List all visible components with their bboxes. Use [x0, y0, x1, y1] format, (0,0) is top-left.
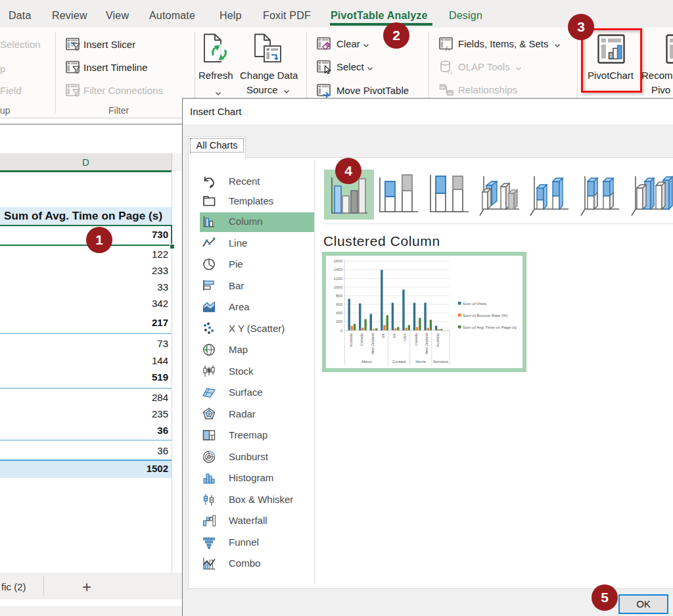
svg-text:Sum of Visits: Sum of Visits: [463, 301, 486, 306]
svg-text:1400: 1400: [334, 268, 343, 272]
svg-text:x: x: [450, 70, 453, 74]
svg-text:600: 600: [336, 302, 343, 306]
svg-text:0: 0: [340, 329, 343, 333]
svg-text:Sum of Avg. Time on Page (s): Sum of Avg. Time on Page (s): [463, 325, 517, 329]
svg-text:Home: Home: [415, 360, 427, 364]
svg-text:1000: 1000: [334, 285, 343, 289]
svg-text:Australia: Australia: [349, 333, 353, 347]
svg-text:800: 800: [336, 294, 343, 298]
svg-text:New Zealand: New Zealand: [425, 333, 429, 354]
svg-text:Services: Services: [433, 360, 448, 364]
svg-text:400: 400: [336, 311, 343, 315]
svg-text:Contact: Contact: [392, 360, 406, 364]
svg-text:200: 200: [336, 320, 343, 323]
svg-text:1600: 1600: [334, 259, 343, 263]
svg-text:Australia: Australia: [436, 333, 440, 347]
svg-text:Canada: Canada: [414, 333, 418, 346]
svg-text:New Zealand: New Zealand: [371, 333, 375, 354]
svg-text:USA: USA: [403, 333, 407, 341]
svg-text:About: About: [361, 360, 372, 364]
svg-text:Canada: Canada: [360, 333, 363, 346]
svg-text:UK: UK: [381, 333, 385, 339]
svg-text:UK: UK: [392, 333, 396, 339]
svg-text:1200: 1200: [334, 277, 343, 281]
svg-text:Sum of Bounce Rate (%): Sum of Bounce Rate (%): [463, 313, 507, 318]
